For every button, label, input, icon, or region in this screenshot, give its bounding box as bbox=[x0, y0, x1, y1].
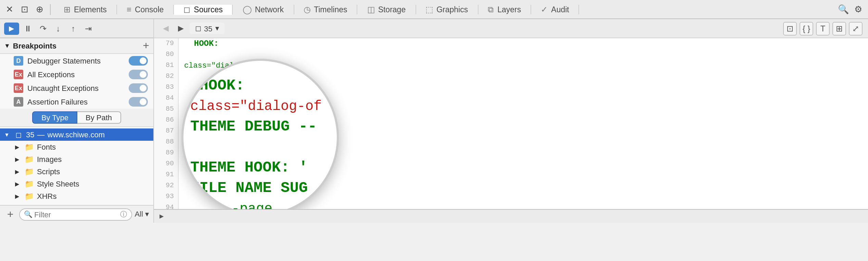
root-name: www.schiwe.com bbox=[48, 130, 105, 139]
fonts-expand: ▶ bbox=[15, 144, 22, 150]
filter-input[interactable] bbox=[34, 210, 118, 218]
line-90: 90 bbox=[154, 159, 178, 169]
tree-xhrs[interactable]: ▶ 📁 XHRs bbox=[0, 190, 153, 202]
assertion-toggle[interactable] bbox=[129, 97, 148, 107]
line-92: 92 bbox=[154, 180, 178, 191]
uncaught-toggle[interactable] bbox=[129, 83, 148, 93]
expand-icon[interactable]: ⤢ bbox=[849, 22, 863, 35]
line-82: 82 bbox=[154, 71, 178, 82]
target-icon[interactable]: ⊕ bbox=[33, 2, 47, 16]
root-expand: ▼ bbox=[4, 132, 11, 138]
pause-icon[interactable]: ⏸ bbox=[22, 22, 34, 35]
step-out-icon[interactable]: ↑ bbox=[67, 22, 79, 35]
add-breakpoint-button[interactable]: + bbox=[143, 40, 149, 51]
line-93: 93 bbox=[154, 191, 178, 202]
tree-scripts[interactable]: ▶ 📁 Scripts bbox=[0, 165, 153, 178]
add-filter-button[interactable]: + bbox=[4, 208, 16, 220]
tab-network[interactable]: ◯ Network bbox=[233, 4, 294, 14]
xhrs-folder-icon: 📁 bbox=[25, 191, 34, 201]
code-content: HOOK: class="dialog-of HOOK: class="dial… bbox=[179, 38, 868, 209]
top-toolbar: ✕ ⊡ ⊕ ⊞ Elements ≡ Console ◻ Sources ◯ N… bbox=[0, 0, 868, 19]
console-bar: ▶ bbox=[154, 209, 868, 223]
window-icon[interactable]: ⊡ bbox=[18, 2, 31, 16]
tab-sources[interactable]: ◻ Sources bbox=[174, 4, 233, 15]
stylesheets-expand: ▶ bbox=[15, 181, 22, 187]
search-icon[interactable]: 🔍 bbox=[837, 2, 850, 16]
tab-console[interactable]: ≡ Console bbox=[117, 4, 174, 14]
all-exceptions-toggle[interactable] bbox=[129, 70, 148, 79]
debugger-toggle[interactable] bbox=[129, 56, 148, 66]
line-88: 88 bbox=[154, 137, 178, 148]
tab-timelines[interactable]: ◷ Timelines bbox=[294, 4, 358, 14]
filter-info-icon[interactable]: ⓘ bbox=[120, 209, 127, 219]
filter-all-button[interactable]: All ▾ bbox=[135, 210, 149, 219]
console-expand-icon[interactable]: ▶ bbox=[159, 213, 164, 219]
line-85: 85 bbox=[154, 104, 178, 115]
images-expand: ▶ bbox=[15, 156, 22, 162]
format-icon[interactable]: { } bbox=[800, 22, 813, 35]
line-84: 84 bbox=[154, 93, 178, 104]
breakpoint-all-exceptions[interactable]: Ex All Exceptions bbox=[0, 68, 153, 81]
graphics-icon: ⬚ bbox=[425, 4, 433, 14]
breakpoints-header[interactable]: ▼ Breakpoints + bbox=[0, 38, 153, 54]
editor-file-tab[interactable]: ◻ 35 ▾ bbox=[190, 23, 225, 34]
breakpoints-title: Breakpoints bbox=[13, 42, 56, 50]
type-path-bar: By Type By Path bbox=[0, 109, 153, 127]
filter-search-icon: 🔍 bbox=[24, 210, 32, 218]
sources-icon: ◻ bbox=[183, 4, 190, 14]
tab-layers[interactable]: ⧉ Layers bbox=[478, 4, 531, 14]
file-icon: ◻ bbox=[195, 24, 201, 33]
separator-1 bbox=[50, 4, 51, 15]
tree-fonts[interactable]: ▶ 📁 Fonts bbox=[0, 141, 153, 153]
line-86: 86 bbox=[154, 115, 178, 126]
text-icon[interactable]: T bbox=[816, 22, 830, 35]
root-file-icon: ◻ bbox=[14, 130, 23, 139]
tree-root[interactable]: ▼ ◻ 35 — www.schiwe.com bbox=[0, 128, 153, 141]
by-path-button[interactable]: By Path bbox=[77, 111, 121, 124]
line-91: 91 bbox=[154, 169, 178, 180]
code-line-80 bbox=[184, 49, 863, 60]
line-81: 81 bbox=[154, 60, 178, 71]
line-80: 80 bbox=[154, 49, 178, 60]
audit-icon: ✓ bbox=[541, 4, 548, 14]
editor-toolbar: ◀ ▶ ◻ 35 ▾ ⊡ { } T ⊞ ⤢ bbox=[154, 19, 868, 38]
images-folder-icon: 📁 bbox=[25, 154, 34, 164]
close-icon[interactable]: ✕ bbox=[3, 2, 16, 16]
tree-stylesheets[interactable]: ▶ 📁 Style Sheets bbox=[0, 178, 153, 190]
tab-storage[interactable]: ◫ Storage bbox=[358, 4, 416, 14]
filter-input-wrap: 🔍 ⓘ bbox=[19, 208, 132, 220]
breakpoint-debugger[interactable]: D Debugger Statements bbox=[0, 54, 153, 68]
code-line-83: HOOK: class="dialog-of THEME DEBUG -- TH… bbox=[184, 82, 863, 93]
secondary-toolbar: ▶ ⏸ ↷ ↓ ↑ ⇥ bbox=[0, 19, 153, 38]
line-numbers: 79 80 81 82 83 84 85 86 87 88 89 90 91 9… bbox=[154, 38, 179, 209]
tab-bar: ⊞ Elements ≡ Console ◻ Sources ◯ Network… bbox=[54, 4, 835, 14]
clipboard-icon[interactable]: ⊞ bbox=[832, 22, 846, 35]
continue-icon[interactable]: ⇥ bbox=[82, 22, 94, 35]
breakpoint-uncaught[interactable]: Ex Uncaught Exceptions bbox=[0, 81, 153, 95]
step-into-icon[interactable]: ↓ bbox=[52, 22, 64, 35]
line-83: 83 bbox=[154, 82, 178, 93]
tab-audit[interactable]: ✓ Audit bbox=[531, 4, 579, 14]
console-icon: ≡ bbox=[127, 4, 131, 14]
stylesheets-label: Style Sheets bbox=[37, 180, 79, 188]
tree-images[interactable]: ▶ 📁 Images bbox=[0, 153, 153, 165]
scripts-folder-icon: 📁 bbox=[25, 167, 34, 176]
network-icon: ◯ bbox=[243, 4, 252, 14]
scripts-expand: ▶ bbox=[15, 168, 22, 175]
nav-right-icon[interactable]: ▶ bbox=[175, 22, 187, 35]
by-type-button[interactable]: By Type bbox=[33, 111, 77, 124]
editor-right-icons: ⊡ { } T ⊞ ⤢ bbox=[783, 22, 863, 35]
uncaught-icon: Ex bbox=[14, 83, 23, 93]
tab-elements[interactable]: ⊞ Elements bbox=[54, 4, 117, 14]
step-over-icon[interactable]: ↷ bbox=[37, 22, 49, 35]
play-button[interactable]: ▶ bbox=[4, 22, 19, 35]
copy-icon[interactable]: ⊡ bbox=[783, 22, 797, 35]
breakpoint-assertion[interactable]: A Assertion Failures bbox=[0, 95, 153, 109]
code-line-79: HOOK: bbox=[184, 38, 863, 49]
uncaught-label: Uncaught Exceptions bbox=[27, 84, 99, 92]
tab-graphics[interactable]: ⬚ Graphics bbox=[416, 4, 478, 14]
nav-left-icon[interactable]: ◀ bbox=[159, 22, 172, 35]
all-exceptions-icon: Ex bbox=[14, 70, 23, 79]
magnifier-overlay: HOOK: class="dialog-of THEME DEBUG -- TH… bbox=[181, 59, 339, 209]
settings-icon[interactable]: ⚙ bbox=[852, 2, 865, 16]
